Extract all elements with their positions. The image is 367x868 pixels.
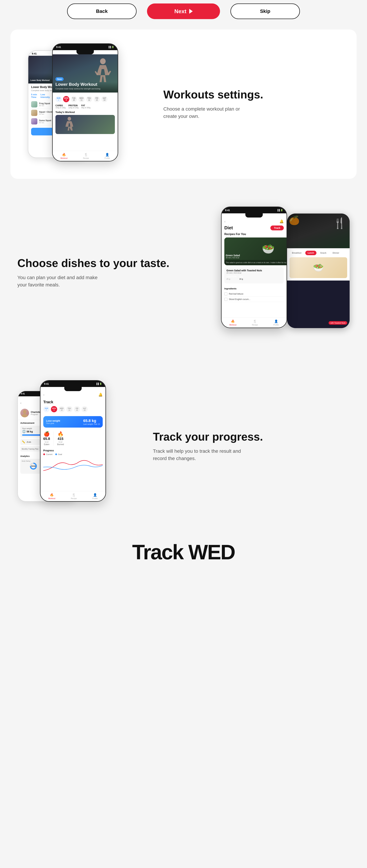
day-fri: FRI13	[94, 96, 100, 102]
tab-dinner[interactable]: Dinner	[330, 251, 342, 255]
workouts-section: 9:41 ▐ ▐ ▐ 🔋 Lower Body Workout Lower Bo…	[10, 30, 357, 179]
track-nav-profile[interactable]: 👤 Profile	[92, 493, 98, 499]
ingredients-title: Ingredients	[224, 287, 284, 290]
nav-recipe[interactable]: 🍴 Recipe	[83, 153, 89, 159]
profile-avatar	[20, 409, 29, 417]
track-title: Track	[43, 400, 103, 404]
tab-breakfast[interactable]: Breakfast	[289, 251, 304, 255]
front-phone-content: SUN✓ MON9 TUE10 WED11 THU12 FRI13 SAT14 …	[53, 93, 118, 145]
tab-snack[interactable]: Snack	[318, 251, 329, 255]
track-bell-icon[interactable]: 🔔	[98, 393, 103, 397]
next-button[interactable]: Next	[147, 3, 220, 19]
track-back-icon[interactable]: ‹	[43, 393, 45, 397]
day-mon: MON9	[63, 96, 69, 102]
hero-text-block: New Lower Body Workout Complete lower bo…	[55, 77, 100, 90]
monthly-plan-label: Monthly Training Plan	[22, 448, 38, 450]
diet-nav-recipe[interactable]: 🍴 Recipe	[252, 319, 258, 326]
track-profile-icon: 👤	[93, 493, 97, 497]
day-tue: TUE10	[71, 96, 77, 102]
progress-chart	[43, 457, 103, 474]
time-label: Time	[31, 96, 37, 98]
back-button[interactable]: Back	[67, 3, 137, 19]
salad-meta: 30 min | 415 kCal	[226, 257, 240, 259]
goal-line	[43, 465, 103, 470]
exercise-name: Frog Squat	[39, 102, 50, 105]
today-workout-image	[55, 115, 115, 134]
days-row: SUN✓ MON9 TUE10 WED11 THU12 FRI13 SAT14	[55, 96, 115, 102]
diet-profile-icon: 👤	[274, 319, 278, 323]
track-nav-workout-label: Workout	[48, 497, 55, 499]
back-chevron-icon[interactable]: ‹	[224, 219, 226, 223]
workouts-description: Choose a complete workout plan or create…	[163, 105, 250, 120]
track-section: 9:41 ‹ Charlotte Program	[0, 366, 367, 526]
salad-detail-card: Green Salad with Toasted Nuts 20 min | 4…	[224, 267, 284, 283]
track-button[interactable]: Track	[271, 225, 284, 230]
green-salad-card[interactable]: 🥗 Green Salad 30 min | 415 kCal This sal…	[224, 238, 286, 265]
exercise-name: Sumo Squat	[39, 119, 51, 122]
tab-lunch[interactable]: Lunch	[305, 251, 316, 255]
diet-nav-profile[interactable]: 👤 Profile	[273, 319, 279, 326]
track-day-sun: SUN✓	[43, 406, 50, 412]
diet-phone-front: 9:41 ▐▐ 🔋 ‹ 🔔 Diet Track Recipes For You	[221, 207, 287, 328]
ingredient-item-2: Sliced English cucum...	[224, 297, 284, 302]
salad-detail-content: Green Salad with Toasted Nuts 20 min | 4…	[224, 267, 284, 283]
progress-title: Progress	[43, 449, 103, 452]
apple-icon: 🍎	[43, 431, 50, 437]
profile-program-label: Program	[31, 413, 41, 415]
weight-icon: ⚖️	[22, 430, 26, 433]
track-days-row: SUN✓ MON9 WED10 THU11 FRI12 SAT13	[43, 406, 103, 412]
eaten-value: 65.8	[43, 437, 50, 441]
front-hero-image: New Lower Body Workout Complete lower bo…	[53, 54, 118, 93]
fork-decoration: 🍴	[333, 217, 346, 229]
meal-image-preview: 🥗	[289, 257, 347, 278]
back-arrow-icon[interactable]: ‹	[20, 401, 21, 405]
nav-profile[interactable]: 👤 Profile	[105, 153, 110, 159]
orange-decoration: 🍊	[289, 215, 300, 225]
hero-workout-title: Lower Body Workout	[55, 82, 100, 87]
time-value: 5 min	[31, 93, 37, 96]
nav-workout[interactable]: 🔥 Workout	[60, 153, 67, 159]
eaten-unit: kcal	[43, 441, 50, 443]
body-stat-icon-1: 📏	[22, 440, 25, 443]
diet-phone-back: 🍴 🍊 Breakfast Lunch Snack Dinner 🥗 with …	[287, 214, 349, 328]
workout-phone-container: 9:41 ▐ ▐ ▐ 🔋 Lower Body Workout Lower Bo…	[28, 43, 149, 165]
flame-icon: 🔥	[62, 153, 66, 157]
today-silhouette	[61, 117, 78, 132]
current-label: Current	[46, 453, 53, 455]
next-button-label: Next	[174, 8, 186, 14]
back-phone-time: 9:41	[21, 393, 25, 395]
toasted-nuts-label: with Toasted Nuts	[329, 321, 347, 324]
food-bg-image: 🍴 🍊	[287, 214, 349, 248]
salad-desc-text: This salad is good as a side dish or as …	[226, 261, 286, 264]
track-phone-front: 9:41 ▐▐ 🔋 ‹ 🔔 Track SUN✓ MON9 WED10 THU1…	[40, 380, 106, 502]
track-day-thu: THU11	[66, 406, 73, 412]
track-section-text: Track your progress. Track will help you…	[153, 430, 349, 462]
day-sun: SUN✓	[55, 96, 62, 102]
svg-point-2	[67, 117, 71, 121]
skip-button[interactable]: Skip	[230, 3, 300, 19]
diet-bottom-navigation: 🔥 Workout 🍴 Recipe 👤 Profile	[222, 317, 286, 328]
current-dot	[43, 454, 45, 455]
track-title-area: Track SUN✓ MON9 WED10 THU11 FRI12 SAT13	[40, 398, 106, 416]
progress-svg	[43, 457, 103, 474]
svg-point-4	[22, 414, 27, 417]
exercise-duration: 80 sec	[39, 122, 51, 124]
track-nav-workout[interactable]: 🔥 Workout	[48, 493, 55, 499]
burned-unit: kcal	[57, 441, 64, 443]
salad-description: This salad is good as a side dish or as …	[224, 260, 286, 265]
ingredients-section: Ingredients Red leaf lettuce Sliced Engl…	[222, 286, 286, 304]
diet-nav-profile-label: Profile	[273, 324, 279, 326]
track-nav-recipe[interactable]: 🍴 Recipe	[71, 493, 77, 499]
diet-back-content: Breakfast Lunch Snack Dinner 🥗 with Toas…	[287, 248, 349, 281]
profile-icon: 👤	[105, 153, 109, 157]
time-stat: 5 min Time	[31, 93, 37, 98]
diet-recipe-icon: 🍴	[253, 319, 257, 323]
notification-bell-icon[interactable]: 🔔	[279, 219, 284, 223]
today-workout-label: Today's Workout	[55, 111, 115, 114]
diet-description: You can plan your diet and add make your…	[18, 274, 108, 288]
ingredient-checkbox-2[interactable]	[224, 298, 227, 301]
progress-legend: Current Goal	[43, 453, 103, 455]
diet-nav-workout[interactable]: 🔥 Workout	[229, 319, 236, 326]
nutrients-row: PROTEIN 25 g FAT 16 g	[226, 275, 282, 280]
ingredient-checkbox-1[interactable]	[224, 292, 227, 296]
